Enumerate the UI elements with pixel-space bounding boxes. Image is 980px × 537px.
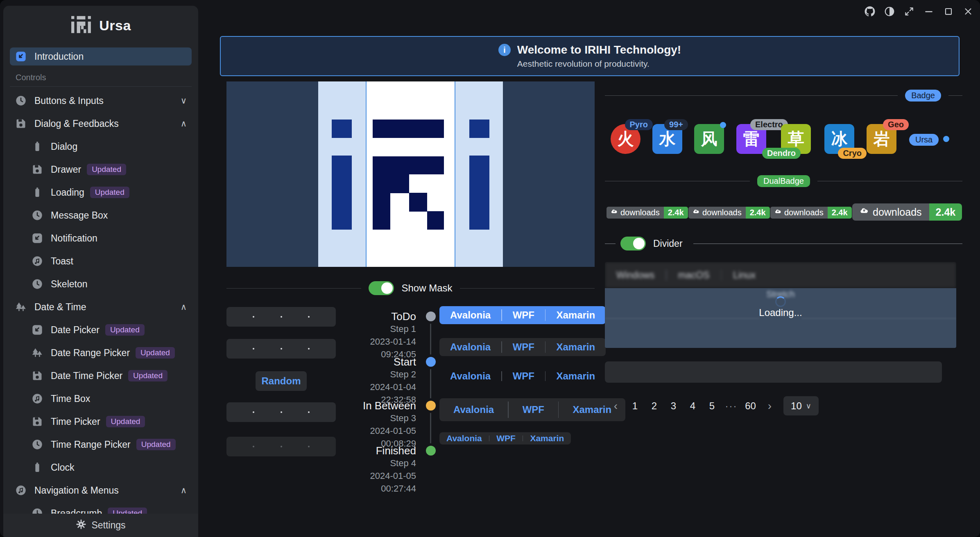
floppy-icon [15, 117, 27, 130]
group-button-wpf[interactable]: WPF [502, 341, 545, 353]
sidebar-item-time-box[interactable]: Time Box [10, 390, 192, 408]
page-button-3[interactable]: 3 [664, 400, 683, 412]
sidebar-item-buttons-inputs[interactable]: Buttons & Inputs∨ [10, 92, 192, 110]
button-group-ghost: AvaloniaWPFXamarin [439, 370, 606, 383]
sidebar-item-date-picker[interactable]: Date PickerUpdated [10, 321, 192, 339]
sidebar-item-label: Introduction [34, 51, 84, 62]
sidebar-section-label: Controls [10, 70, 192, 86]
group-button-avalonia[interactable]: Avalonia [439, 341, 501, 353]
group-button-wpf[interactable]: WPF [502, 309, 545, 321]
text-input[interactable] [605, 361, 942, 383]
tab-linux[interactable]: Linux [731, 269, 758, 281]
pagination: ‹12345···60›10∨ [606, 396, 819, 415]
sidebar-item-navigation-menus[interactable]: Navigation & Menus∧ [10, 481, 192, 499]
banner-subtitle: Aesthetic revolution of productivity. [517, 59, 681, 69]
chevron-down-icon: ∨ [806, 402, 811, 411]
timeline-dot [426, 311, 436, 321]
timeline-connector [430, 316, 431, 450]
sidebar-item-loading[interactable]: LoadingUpdated [10, 183, 192, 201]
group-button-avalonia[interactable]: Avalonia [439, 370, 501, 382]
tab-macos[interactable]: macOS [676, 269, 712, 281]
sidebar-section: Controls [10, 70, 192, 87]
close-icon[interactable] [962, 6, 973, 17]
page-button-2[interactable]: 2 [645, 400, 664, 412]
app-window: Ursa IntroductionControlsButtons & Input… [0, 0, 980, 537]
button-group-solid: AvaloniaWPFXamarin [439, 306, 606, 324]
avatar[interactable]: 风 [694, 124, 724, 154]
page-size-select[interactable]: 10∨ [783, 396, 819, 415]
sidebar-item-toast[interactable]: Toast [10, 252, 192, 270]
divider-demo-row: Divider [605, 235, 962, 252]
expand-icon[interactable] [903, 6, 914, 17]
sidebar-item-introduction[interactable]: Introduction [10, 47, 192, 65]
info-icon: i [498, 44, 511, 56]
group-button-avalonia[interactable]: Avalonia [439, 404, 508, 415]
avatar[interactable]: 火Pyro [611, 124, 641, 154]
avatar[interactable]: 雷Electro [736, 124, 766, 154]
sidebar-item-label: Drawer [51, 164, 81, 175]
sidebar-item-date-time-picker[interactable]: Date Time PickerUpdated [10, 367, 192, 385]
show-mask-toggle[interactable] [369, 281, 394, 295]
group-button-xamarin[interactable]: Xamarin [545, 370, 606, 382]
random-button[interactable]: Random [256, 371, 307, 391]
group-button-xamarin[interactable]: Xamarin [523, 433, 571, 443]
sidebar-item-clock[interactable]: Clock [10, 458, 192, 476]
updated-badge: Updated [136, 439, 176, 450]
page-prev-button[interactable]: ‹ [606, 399, 625, 413]
group-button-avalonia[interactable]: Avalonia [439, 433, 489, 443]
clock-icon [31, 278, 43, 290]
group-button-xamarin[interactable]: Xamarin [545, 309, 606, 321]
page-button-60[interactable]: 60 [741, 400, 760, 412]
date-input[interactable] [226, 307, 336, 327]
sidebar-item-drawer[interactable]: DrawerUpdated [10, 160, 192, 178]
avatar[interactable]: 草Dendro [781, 124, 811, 154]
battery-icon [31, 461, 43, 474]
sidebar-item-label: Dialog [51, 141, 77, 152]
page-next-button[interactable]: › [760, 399, 779, 413]
group-button-xamarin[interactable]: Xamarin [545, 341, 606, 353]
github-icon[interactable] [864, 6, 875, 17]
sidebar-settings-button[interactable]: Settings [3, 514, 198, 537]
sidebar-item-message-box[interactable]: Message Box [10, 206, 192, 224]
divider-toggle[interactable] [620, 237, 646, 250]
maximize-icon[interactable] [943, 6, 954, 17]
page-button-5[interactable]: 5 [702, 400, 722, 412]
square-arrow-icon [31, 232, 43, 244]
clock-icon [31, 438, 43, 451]
date-input[interactable] [226, 339, 336, 359]
minimize-icon[interactable] [923, 6, 934, 17]
sidebar-item-label: Loading [51, 187, 84, 198]
timeline-step: Step 2 [334, 368, 416, 381]
floppy-icon [31, 370, 43, 382]
group-button-wpf[interactable]: WPF [509, 404, 558, 415]
sidebar-item-breadcrumb[interactable]: BreadcrumbUpdated [10, 504, 192, 514]
welcome-banner: i Welcome to IRIHI Technology! Aesthetic… [220, 36, 960, 76]
group-button-wpf[interactable]: WPF [489, 433, 523, 443]
avatar[interactable]: 冰Cryo [824, 124, 854, 154]
theme-toggle-icon[interactable] [884, 6, 895, 17]
trees-icon [15, 301, 27, 313]
date-input[interactable] [226, 402, 336, 422]
sidebar-item-dialog-feedbacks[interactable]: Dialog & Feedbacks∧ [10, 115, 192, 133]
group-button-avalonia[interactable]: Avalonia [439, 309, 501, 321]
updated-badge: Updated [128, 370, 167, 381]
sidebar-item-notification[interactable]: Notification [10, 229, 192, 247]
sidebar-item-dialog[interactable]: Dialog [10, 138, 192, 156]
sidebar-item-time-picker[interactable]: Time PickerUpdated [10, 413, 192, 431]
sidebar-item-date-range-picker[interactable]: Date Range PickerUpdated [10, 344, 192, 362]
group-button-wpf[interactable]: WPF [502, 370, 545, 382]
tab-windows[interactable]: Windows [614, 269, 657, 281]
updated-badge: Updated [108, 508, 147, 514]
avatar[interactable]: 岩Geo [867, 124, 896, 154]
sidebar-item-skeleton[interactable]: Skeleton [10, 275, 192, 293]
sidebar-item-label: Clock [51, 462, 75, 473]
loading-text: Loading... [605, 307, 956, 318]
sidebar-item-date-time[interactable]: Date & Time∧ [10, 298, 192, 316]
page-button-1[interactable]: 1 [625, 400, 645, 412]
note-icon [31, 393, 43, 405]
avatar[interactable]: 水99+ [652, 124, 682, 154]
page-button-4[interactable]: 4 [683, 400, 702, 412]
page-ellipsis: ··· [722, 400, 741, 412]
downloads-value: 2.4k [664, 207, 688, 219]
sidebar-item-time-range-picker[interactable]: Time Range PickerUpdated [10, 435, 192, 454]
